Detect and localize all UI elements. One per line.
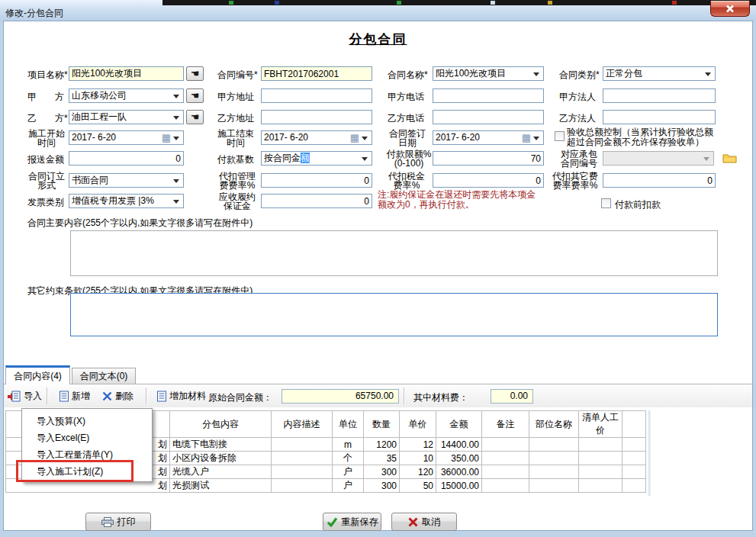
deposit-input[interactable] — [261, 194, 372, 208]
background-icon — [491, 1, 495, 5]
table-cell[interactable]: 15000.00 — [436, 479, 482, 493]
table-cell[interactable] — [482, 465, 529, 479]
party-b-tel-input[interactable] — [433, 110, 544, 124]
col-header: 单价 — [400, 411, 436, 438]
table-cell[interactable]: 120 — [400, 465, 436, 479]
tax-fee-input[interactable] — [433, 173, 544, 188]
table-cell[interactable]: 35 — [364, 452, 400, 465]
sign-date-picker[interactable]: 2017- 6-20 ▦ — [433, 130, 544, 145]
table-cell[interactable] — [482, 452, 529, 465]
start-time-picker[interactable]: 2017- 6-20 ▦ — [69, 130, 184, 145]
background-icon — [229, 1, 233, 5]
table-cell[interactable]: 1200 — [364, 438, 400, 452]
table-cell[interactable]: 50 — [400, 479, 436, 493]
other-fee-input[interactable] — [603, 173, 716, 188]
table-cell[interactable] — [529, 465, 579, 479]
table-cell[interactable] — [579, 452, 622, 465]
table-cell[interactable]: 户 — [333, 465, 364, 479]
table-cell[interactable]: 电缆下电割接 — [170, 438, 272, 452]
table-cell[interactable]: 300 — [364, 465, 400, 479]
menu-item-import-excel[interactable]: 导入Excel(E) — [22, 429, 152, 446]
toolbar-separator — [47, 387, 47, 404]
table-cell[interactable]: 光损测试 — [170, 479, 272, 493]
cancel-x-icon — [408, 517, 418, 527]
cancel-button[interactable]: 取消 — [391, 513, 457, 531]
mgmt-fee-input[interactable] — [261, 173, 372, 188]
related-contract-combo[interactable] — [603, 151, 714, 166]
table-cell[interactable] — [579, 438, 622, 452]
table-cell[interactable] — [529, 438, 579, 452]
background-icon — [397, 1, 401, 5]
table-cell[interactable]: 36000.00 — [436, 465, 482, 479]
party-a-addr-input[interactable] — [261, 88, 372, 103]
party-a-tel-input[interactable] — [433, 88, 544, 103]
table-cell[interactable] — [529, 452, 579, 465]
table-cell[interactable] — [482, 479, 529, 493]
party-a-addr-label: 甲方地址 — [217, 91, 254, 101]
table-cell[interactable]: 300 — [364, 479, 400, 493]
import-button[interactable]: 导入 — [5, 388, 44, 404]
project-name-label: 项目名称* — [27, 69, 68, 79]
add-material-button[interactable]: 增加材料 — [155, 388, 208, 404]
menu-item-import-budget[interactable]: 导入预算(X) — [22, 413, 152, 429]
accept-control-label: 验收总额控制（当累计执行验收总额超过合同金额不允许保存验收单） — [567, 127, 718, 147]
contract-type-combo[interactable]: 正常分包 — [603, 66, 716, 81]
end-time-picker[interactable]: 2017- 6-20 ▦ — [261, 130, 372, 145]
pre-deduct-checkbox[interactable] — [601, 198, 611, 208]
print-button[interactable]: 打印 — [85, 513, 151, 531]
chevron-down-icon — [533, 72, 539, 76]
close-button[interactable] — [710, 1, 750, 17]
pay-limit-input[interactable] — [433, 151, 544, 166]
table-cell[interactable]: 10 — [400, 452, 436, 465]
invoice-type-combo[interactable]: 增值税专用发票 |3% — [69, 194, 184, 208]
table-cell[interactable] — [622, 479, 646, 493]
table-cell[interactable]: 小区内设备拆除 — [170, 452, 272, 465]
hand-pointer-icon: ☚ — [191, 90, 200, 101]
material-fee-field[interactable]: 0.00 — [491, 389, 533, 404]
table-cell[interactable] — [272, 479, 333, 493]
table-cell[interactable] — [272, 452, 333, 465]
table-cell[interactable]: 12 — [400, 438, 436, 452]
table-cell[interactable] — [272, 465, 333, 479]
orig-amount-field[interactable]: 65750.00 — [281, 389, 399, 404]
table-cell[interactable]: 光缆入户 — [170, 465, 272, 479]
table-cell[interactable] — [622, 438, 646, 452]
table-cell[interactable] — [622, 465, 646, 479]
browse-contract-button[interactable] — [719, 150, 739, 166]
project-select-button[interactable]: ☚ — [186, 66, 204, 81]
table-cell[interactable]: m — [333, 438, 364, 452]
delete-row-button[interactable]: 删除 — [100, 388, 136, 404]
table-cell[interactable] — [482, 438, 529, 452]
accept-control-checkbox[interactable] — [555, 131, 565, 141]
main-content-textarea[interactable] — [70, 230, 718, 276]
party-b-value: 油田工程一队 — [72, 111, 127, 122]
table-cell[interactable]: 350.00 — [436, 452, 482, 465]
table-cell[interactable]: 户 — [333, 479, 364, 493]
party-b-select-button[interactable]: ☚ — [186, 110, 204, 124]
table-cell[interactable] — [272, 438, 333, 452]
table-cell[interactable]: 14400.00 — [436, 438, 482, 452]
table-cell[interactable] — [579, 479, 622, 493]
table-cell[interactable]: 个 — [333, 452, 364, 465]
save-button[interactable]: 重新保存 — [323, 513, 381, 531]
tab-contract-content[interactable]: 合同内容(4) — [5, 365, 70, 384]
table-cell[interactable] — [579, 465, 622, 479]
project-name-input[interactable] — [69, 66, 184, 81]
form-type-combo[interactable]: 书面合同 — [69, 173, 184, 188]
pay-base-combo[interactable]: 按合同金额 — [261, 151, 372, 166]
party-b-legal-input[interactable] — [603, 110, 716, 124]
table-cell[interactable] — [622, 452, 646, 465]
add-row-button[interactable]: 新增 — [57, 388, 92, 404]
party-a-combo[interactable]: 山东移动公司 — [69, 88, 184, 103]
report-amount-input[interactable] — [69, 151, 184, 166]
invoice-type-label: 发票类别 — [27, 196, 64, 207]
table-cell[interactable] — [529, 479, 579, 493]
contract-name-combo[interactable]: 阳光100光改项目 — [433, 66, 544, 81]
party-a-legal-input[interactable] — [603, 88, 716, 103]
party-a-select-button[interactable]: ☚ — [186, 88, 204, 103]
tab-contract-text[interactable]: 合同文本(0) — [72, 368, 136, 384]
party-b-addr-input[interactable] — [261, 110, 372, 124]
contract-no-input[interactable] — [261, 66, 372, 81]
other-terms-textarea[interactable] — [70, 293, 718, 336]
party-b-combo[interactable]: 油田工程一队 — [69, 110, 184, 124]
